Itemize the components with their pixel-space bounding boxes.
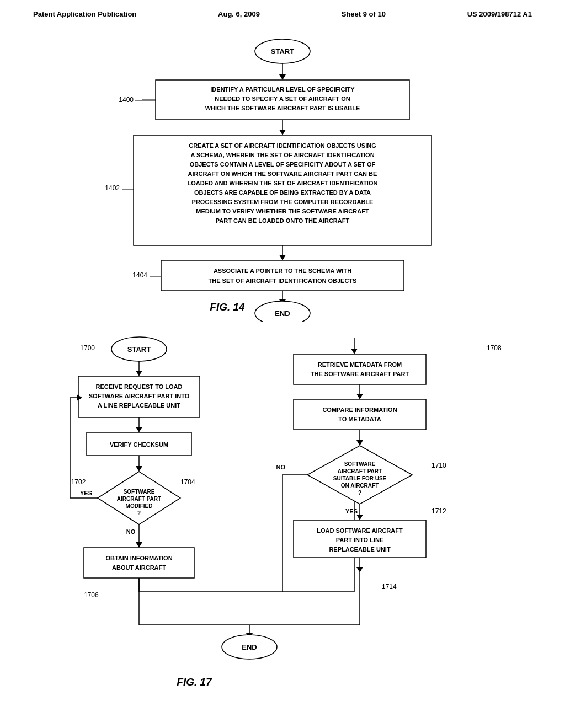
svg-text:AIRCRAFT PART: AIRCRAFT PART — [117, 496, 161, 502]
svg-text:SUITABLE FOR USE: SUITABLE FOR USE — [333, 475, 387, 481]
fig17-label-1714: 1714 — [382, 583, 397, 591]
svg-text:OBTAIN INFORMATION: OBTAIN INFORMATION — [105, 555, 172, 561]
svg-marker-86 — [356, 567, 363, 572]
fig17-yes2-label: YES — [345, 508, 358, 515]
svg-text:SOFTWARE: SOFTWARE — [344, 461, 376, 467]
svg-text:MODIFIED: MODIFIED — [126, 503, 153, 509]
fig17-label-1702: 1702 — [71, 478, 86, 486]
fig17-diagram: START 1700 RECEIVE REQUEST TO LOAD SOFTW… — [34, 327, 531, 728]
fig17-label-1706: 1706 — [84, 591, 99, 599]
header-left: Patent Application Publication — [33, 10, 136, 18]
svg-text:ASSOCIATE A POINTER TO THE SCH: ASSOCIATE A POINTER TO THE SCHEMA WITH — [214, 267, 351, 274]
svg-rect-66 — [294, 399, 426, 430]
header-right: US 2009/198712 A1 — [467, 10, 532, 18]
svg-text:A LINE REPLACEABLE UNIT: A LINE REPLACEABLE UNIT — [98, 402, 180, 409]
svg-rect-52 — [84, 548, 194, 578]
fig17-title: FIG. 17 — [177, 676, 212, 688]
fig14-title: FIG. 14 — [210, 301, 245, 313]
svg-text:OBJECTS CONTAIN A LEVEL OF SPE: OBJECTS CONTAIN A LEVEL OF SPECIFICITY A… — [190, 161, 376, 168]
header-center-date: Aug. 6, 2009 — [218, 10, 260, 18]
svg-marker-21 — [279, 255, 286, 260]
svg-text:?: ? — [137, 510, 141, 516]
svg-rect-61 — [294, 354, 426, 384]
fig17-no2-label: NO — [276, 464, 286, 470]
svg-text:THE SOFTWARE AIRCRAFT PART: THE SOFTWARE AIRCRAFT PART — [311, 371, 409, 377]
svg-text:PROCESSING SYSTEM FROM THE COM: PROCESSING SYSTEM FROM THE COMPUTER RECO… — [192, 199, 374, 205]
fig17-label-1704: 1704 — [180, 478, 195, 486]
svg-marker-36 — [136, 427, 142, 432]
fig17-label-1708: 1708 — [487, 344, 502, 352]
svg-text:NEEDED TO SPECIFY A SET OF AIR: NEEDED TO SPECIFY A SET OF AIRCRAFT ON — [215, 95, 350, 102]
svg-marker-60 — [351, 349, 358, 354]
svg-text:AIRCRAFT ON WHICH THE SOFTWARE: AIRCRAFT ON WHICH THE SOFTWARE AIRCRAFT … — [188, 170, 377, 177]
fig14-label-1402: 1402 — [105, 184, 120, 192]
svg-marker-65 — [356, 394, 363, 399]
fig17-label-1710: 1710 — [431, 462, 446, 469]
svg-marker-2 — [279, 74, 286, 80]
svg-marker-30 — [136, 371, 142, 376]
svg-text:WHICH THE SOFTWARE AIRCRAFT PA: WHICH THE SOFTWARE AIRCRAFT PART IS USAB… — [205, 105, 360, 111]
page-header: Patent Application Publication Aug. 6, 2… — [0, 0, 565, 24]
fig17-label-1700: 1700 — [80, 344, 95, 352]
svg-marker-9 — [279, 130, 286, 135]
fig14-label-1400: 1400 — [119, 96, 134, 104]
fig17-label-1712: 1712 — [431, 507, 446, 515]
svg-text:COMPARE INFORMATION: COMPARE INFORMATION — [322, 406, 397, 413]
fig14-start-label: START — [271, 47, 294, 56]
fig17-end-label: END — [242, 643, 257, 651]
svg-text:RECEIVE REQUEST TO LOAD: RECEIVE REQUEST TO LOAD — [96, 383, 183, 390]
fig17-no1-label: NO — [126, 528, 136, 535]
svg-text:?: ? — [358, 490, 361, 496]
svg-text:REPLACEABLE UNIT: REPLACEABLE UNIT — [329, 546, 391, 553]
svg-text:ON AIRCRAFT: ON AIRCRAFT — [341, 483, 379, 489]
svg-text:AIRCRAFT PART: AIRCRAFT PART — [338, 468, 382, 474]
svg-text:CREATE A SET OF AIRCRAFT IDENT: CREATE A SET OF AIRCRAFT IDENTIFICATION … — [189, 142, 376, 149]
svg-text:A SCHEMA, WHEREIN THE SET OF A: A SCHEMA, WHEREIN THE SET OF AIRCRAFT ID… — [190, 152, 374, 158]
fig14-end-label: END — [275, 309, 290, 318]
svg-text:LOADED AND WHEREIN THE SET OF : LOADED AND WHEREIN THE SET OF AIRCRAFT I… — [188, 180, 378, 186]
svg-text:LOAD SOFTWARE AIRCRAFT: LOAD SOFTWARE AIRCRAFT — [317, 527, 403, 534]
svg-text:SOFTWARE: SOFTWARE — [124, 489, 155, 495]
svg-text:ABOUT AIRCRAFT: ABOUT AIRCRAFT — [112, 564, 166, 571]
svg-text:OBJECTS ARE CAPABLE OF BEING E: OBJECTS ARE CAPABLE OF BEING EXTRACTED B… — [194, 189, 371, 196]
svg-rect-22 — [161, 260, 404, 291]
svg-marker-70 — [356, 440, 363, 446]
svg-text:PART INTO LINE: PART INTO LINE — [336, 537, 383, 543]
fig14-label-1404: 1404 — [132, 271, 147, 279]
svg-text:RETRIEVE METADATA FROM: RETRIEVE METADATA FROM — [318, 361, 402, 368]
fig17-yes1-label: YES — [80, 490, 92, 496]
svg-marker-80 — [356, 515, 363, 520]
diagram-area: START IDENTIFY A PARTICULAR LEVEL OF SPE… — [0, 24, 565, 728]
svg-marker-40 — [136, 466, 142, 472]
fig17-start-label: START — [127, 345, 151, 354]
svg-text:TO METADATA: TO METADATA — [338, 416, 381, 422]
fig14-diagram: START IDENTIFY A PARTICULAR LEVEL OF SPE… — [34, 29, 531, 322]
svg-text:IDENTIFY A PARTICULAR LEVEL OF: IDENTIFY A PARTICULAR LEVEL OF SPECIFICI… — [210, 86, 355, 93]
header-sheet: Sheet 9 of 10 — [342, 10, 386, 18]
svg-text:VERIFY CHECKSUM: VERIFY CHECKSUM — [110, 441, 168, 448]
svg-text:MEDIUM TO VERIFY WHETHER THE S: MEDIUM TO VERIFY WHETHER THE SOFTWARE AI… — [196, 208, 369, 215]
svg-marker-51 — [136, 542, 142, 548]
svg-text:SOFTWARE AIRCRAFT PART INTO: SOFTWARE AIRCRAFT PART INTO — [89, 393, 190, 399]
svg-text:THE SET OF AIRCRAFT IDENTIFICA: THE SET OF AIRCRAFT IDENTIFICATION OBJEC… — [209, 277, 357, 284]
svg-text:PART CAN BE LOADED ONTO THE AI: PART CAN BE LOADED ONTO THE AIRCRAFT — [216, 217, 350, 224]
